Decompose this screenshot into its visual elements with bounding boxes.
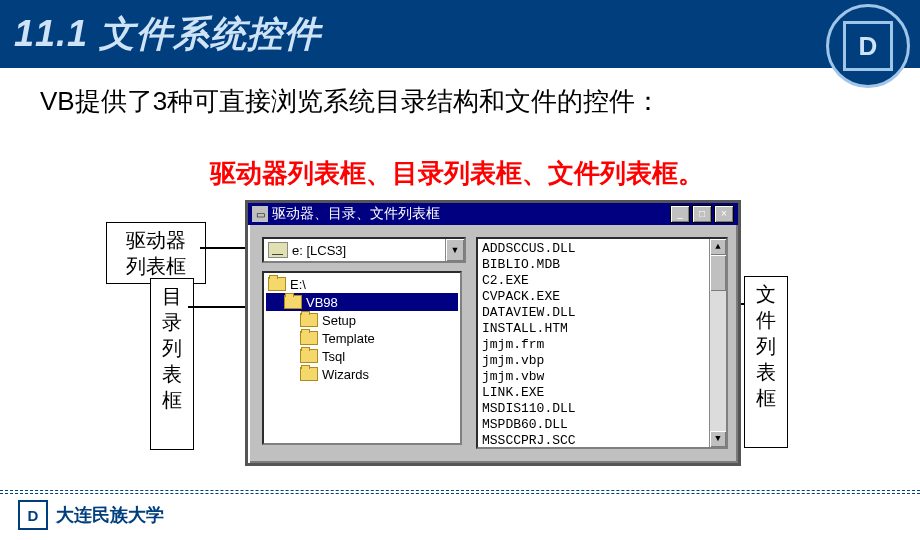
titlebar[interactable]: ▭ 驱动器、目录、文件列表框 _ □ × xyxy=(248,203,738,225)
scroll-track[interactable] xyxy=(710,291,726,431)
file-item[interactable]: jmjm.vbp xyxy=(482,353,705,369)
close-button[interactable]: × xyxy=(714,205,734,223)
drive-listbox[interactable]: e: [LCS3] ▼ xyxy=(262,237,466,263)
window-title: 驱动器、目录、文件列表框 xyxy=(272,205,670,223)
directory-item[interactable]: Setup xyxy=(266,311,458,329)
control-names: 驱动器列表框、目录列表框、文件列表框。 xyxy=(210,156,704,191)
minimize-button[interactable]: _ xyxy=(670,205,690,223)
annotation-dir: 目录列表框 xyxy=(150,278,194,450)
footer: D 大连民族大学 xyxy=(18,500,164,530)
directory-name: Tsql xyxy=(322,349,345,364)
maximize-button[interactable]: □ xyxy=(692,205,712,223)
directory-name: Setup xyxy=(322,313,356,328)
annotation-drive-line2: 列表框 xyxy=(126,255,186,277)
directory-name: VB98 xyxy=(306,295,338,310)
footer-university: 大连民族大学 xyxy=(56,503,164,527)
file-item[interactable]: C2.EXE xyxy=(482,273,705,289)
annotation-drive-line1: 驱动器 xyxy=(126,229,186,251)
file-item[interactable]: CVPACK.EXE xyxy=(482,289,705,305)
logo-letter: D xyxy=(843,21,893,71)
file-item[interactable]: BIBLIO.MDB xyxy=(482,257,705,273)
drive-icon xyxy=(268,242,288,258)
folder-icon xyxy=(268,277,286,291)
footer-logo-icon: D xyxy=(18,500,48,530)
file-item[interactable]: DATAVIEW.DLL xyxy=(482,305,705,321)
scroll-thumb[interactable] xyxy=(710,255,726,291)
directory-item[interactable]: Tsql xyxy=(266,347,458,365)
folder-icon xyxy=(300,349,318,363)
annotation-drive: 驱动器 列表框 xyxy=(106,222,206,284)
directory-item[interactable]: VB98 xyxy=(266,293,458,311)
scroll-down-icon[interactable]: ▼ xyxy=(710,431,726,447)
university-logo: D xyxy=(826,4,910,88)
dropdown-arrow-icon[interactable]: ▼ xyxy=(445,239,464,261)
directory-name: Wizards xyxy=(322,367,369,382)
intro-text: VB提供了3种可直接浏览系统目录结构和文件的控件： xyxy=(40,84,661,119)
file-listbox[interactable]: ADDSCCUS.DLLBIBLIO.MDBC2.EXECVPACK.EXEDA… xyxy=(476,237,728,449)
directory-item[interactable]: E:\ xyxy=(266,275,458,293)
file-item[interactable]: INSTALL.HTM xyxy=(482,321,705,337)
file-item[interactable]: ADDSCCUS.DLL xyxy=(482,241,705,257)
folder-icon xyxy=(300,313,318,327)
footer-divider xyxy=(0,490,920,494)
file-item[interactable]: MSDIS110.DLL xyxy=(482,401,705,417)
drive-text: e: [LCS3] xyxy=(292,243,445,258)
folder-icon xyxy=(284,295,302,309)
folder-icon xyxy=(300,367,318,381)
slide-title: 11.1 文件系统控件 xyxy=(14,10,321,59)
scroll-up-icon[interactable]: ▲ xyxy=(710,239,726,255)
file-item[interactable]: jmjm.frm xyxy=(482,337,705,353)
file-item[interactable]: MSSCCPRJ.SCC xyxy=(482,433,705,447)
form-icon: ▭ xyxy=(252,206,268,222)
scrollbar[interactable]: ▲ ▼ xyxy=(709,239,726,447)
annotation-file: 文件列表框 xyxy=(744,276,788,448)
directory-item[interactable]: Template xyxy=(266,329,458,347)
directory-name: E:\ xyxy=(290,277,306,292)
directory-listbox[interactable]: E:\VB98SetupTemplateTsqlWizards xyxy=(262,271,462,445)
file-item[interactable]: LINK.EXE xyxy=(482,385,705,401)
directory-item[interactable]: Wizards xyxy=(266,365,458,383)
file-item[interactable]: jmjm.vbw xyxy=(482,369,705,385)
file-item[interactable]: MSPDB60.DLL xyxy=(482,417,705,433)
folder-icon xyxy=(300,331,318,345)
vb-form-window: ▭ 驱动器、目录、文件列表框 _ □ × e: [LCS3] ▼ E:\VB98… xyxy=(245,200,741,466)
directory-name: Template xyxy=(322,331,375,346)
